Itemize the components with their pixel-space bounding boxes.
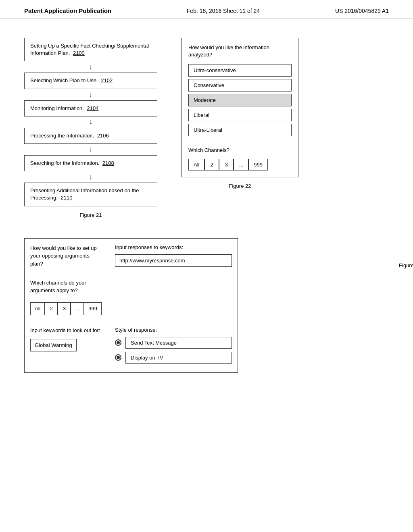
arrow-1: ↓	[24, 61, 157, 73]
main-content: Setting Up a Specific Fact Checking/ Sup…	[0, 22, 413, 381]
flow-box-2104: Monitoring Information. 2104	[24, 100, 157, 116]
channel-btn-2[interactable]: 2	[204, 159, 219, 170]
figure-21-label: Figure 21	[24, 212, 157, 218]
fig22-divider	[188, 142, 292, 142]
figure-22: How would you like the information analy…	[181, 38, 298, 218]
channel-btn-all[interactable]: All	[188, 159, 204, 170]
figure-23-section: How would you like to set up your opposi…	[24, 238, 389, 373]
arrow-3: ↓	[24, 116, 157, 128]
figure-23-box: How would you like to set up your opposi…	[24, 238, 238, 373]
figure-22-label: Figure 22	[181, 183, 298, 189]
display-tv-label: Display on TV	[125, 352, 232, 364]
fig22-box: How would you like the information analy…	[181, 38, 298, 177]
fig23-channel-all[interactable]: All	[30, 302, 45, 315]
fig23-top-left-text: How would you like to set up your opposi…	[25, 239, 109, 321]
channel-btn-3[interactable]: 3	[219, 159, 234, 170]
channel-buttons: All 2 3 ... 999	[188, 159, 292, 170]
option-conservative[interactable]: Conservative	[188, 79, 292, 91]
channel-btn-ellipsis[interactable]: ...	[234, 159, 248, 170]
url-display[interactable]: http://www.myresponse.com	[115, 254, 232, 267]
send-text-label: Send Text Message	[125, 337, 232, 349]
flow-box-2106: Processing the Information. 2106	[24, 128, 157, 144]
arrow-2: ↓	[24, 89, 157, 100]
fig22-title: How would you like the information analy…	[188, 44, 292, 58]
keywords-label: Input keywords to look out for:	[30, 327, 103, 334]
option-liberal[interactable]: Liberal	[188, 109, 292, 121]
header-title-right: US 2016/0045829 A1	[335, 8, 389, 14]
fig23-channel-3[interactable]: 3	[58, 302, 71, 315]
keyword-global-warming[interactable]: Global Warming	[30, 339, 77, 351]
header-title-middle: Feb. 18, 2016 Sheet 11 of 24	[187, 8, 260, 14]
figures-top-row: Setting Up a Specific Fact Checking/ Sup…	[24, 38, 389, 218]
figure-21: Setting Up a Specific Fact Checking/ Sup…	[24, 38, 157, 218]
radio-display-tv[interactable]: Display on TV	[115, 352, 232, 364]
fig23-channel-999[interactable]: 999	[84, 302, 102, 315]
radio-send-text-icon	[115, 339, 121, 346]
option-ultra-liberal[interactable]: Ultra-Liberal	[188, 124, 292, 136]
input-responses-label: Input responses to keywords:	[115, 244, 232, 250]
option-ultra-conservative[interactable]: Ultra-conservative	[188, 64, 292, 77]
figure-23-label: Figure 23	[399, 262, 413, 268]
flow-box-2102: Selecting Which Plan to Use. 2102	[24, 73, 157, 89]
fig23-channel-buttons: All 2 3 ... 999	[30, 302, 103, 315]
fig23-channel-ellipsis[interactable]: ...	[71, 302, 84, 315]
fig23-channel-2[interactable]: 2	[45, 302, 58, 315]
header-title-left: Patent Application Publication	[24, 7, 111, 14]
fig23-top-right: Input responses to keywords: http://www.…	[109, 239, 238, 321]
channels-label: Which Channels?	[188, 147, 292, 153]
radio-display-tv-icon	[115, 354, 121, 361]
style-label: Style of response:	[115, 327, 232, 333]
fig23-channels-label: Which channels do your arguments apply t…	[30, 279, 103, 295]
page-header: Patent Application Publication Feb. 18, …	[0, 0, 413, 19]
fig23-bottom-right: Style of response: Send Text Message Dis…	[109, 321, 238, 372]
arrow-5: ↓	[24, 171, 157, 183]
option-moderate[interactable]: Moderate	[188, 94, 292, 106]
flow-box-2100: Setting Up a Specific Fact Checking/ Sup…	[24, 38, 157, 61]
fig23-bottom-left: Input keywords to look out for: Global W…	[25, 321, 109, 372]
radio-send-text[interactable]: Send Text Message	[115, 337, 232, 349]
flow-box-2110: Presenting Additional Information based …	[24, 183, 157, 206]
flow-box-2108: Searching for the Information. 2108	[24, 155, 157, 171]
fig23-top-row: How would you like to set up your opposi…	[25, 239, 238, 321]
channel-btn-999[interactable]: 999	[248, 159, 268, 170]
fig23-bottom-row: Input keywords to look out for: Global W…	[25, 321, 238, 372]
arrow-4: ↓	[24, 144, 157, 155]
